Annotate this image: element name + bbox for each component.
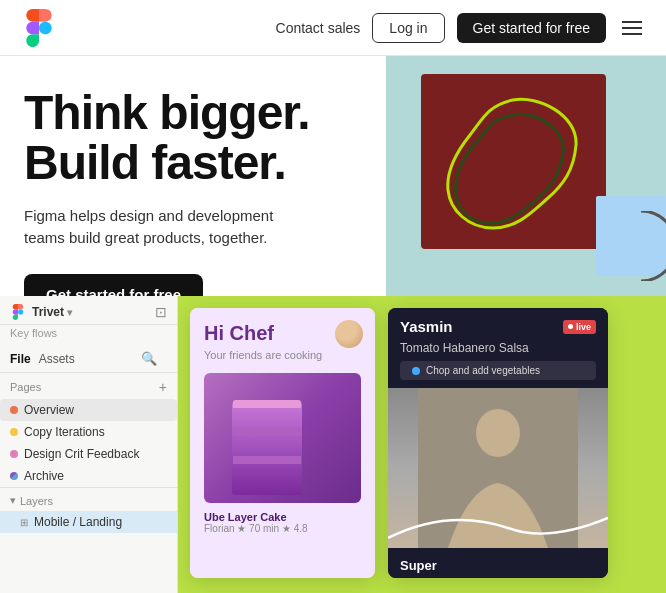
hi-chef-screen-card: Hi Chef Your friends are cooking Ube Lay… bbox=[190, 308, 375, 578]
page-item-design-crit[interactable]: Design Crit Feedback bbox=[0, 443, 177, 465]
yasmin-card-content: Yasmin live Tomato Habanero Salsa Chop a… bbox=[388, 308, 608, 578]
instruction-bar: Chop and add vegetables bbox=[400, 361, 596, 380]
file-tab[interactable]: File bbox=[10, 349, 39, 368]
cake-shape bbox=[232, 400, 302, 495]
circle-partial-icon bbox=[606, 211, 666, 281]
hero-text-area: Think bigger. Build faster. Figma helps … bbox=[0, 56, 334, 296]
food-meta: Florian ★ 70 min ★ 4.8 bbox=[204, 523, 361, 534]
pages-label: Pages bbox=[10, 381, 41, 393]
bottom-section: Trivet ▾ ⊡ Key flows File Assets 🔍 Pages… bbox=[0, 296, 666, 593]
cake-visual-container bbox=[212, 381, 353, 495]
sidebar-topbar-left: Trivet ▾ bbox=[10, 304, 72, 320]
page-label-copy: Copy Iterations bbox=[24, 425, 105, 439]
page-dot-archive bbox=[10, 472, 18, 480]
dish-name: Tomato Habanero Salsa bbox=[388, 341, 608, 361]
chef-image-area bbox=[204, 373, 361, 503]
live-dot bbox=[568, 324, 573, 329]
sidebar-topbar: Trivet ▾ ⊡ bbox=[0, 296, 177, 325]
figma-sidebar-panel: Trivet ▾ ⊡ Key flows File Assets 🔍 Pages… bbox=[0, 296, 178, 593]
page-dot-overview bbox=[10, 406, 18, 414]
expand-icon: ▾ bbox=[10, 494, 16, 507]
page-dot-copy bbox=[10, 428, 18, 436]
figma-logo-icon bbox=[20, 9, 58, 47]
cake-top-layer bbox=[233, 400, 301, 408]
project-name[interactable]: Trivet ▾ bbox=[32, 305, 72, 319]
chef-subtitle: Your friends are cooking bbox=[204, 349, 361, 361]
layer-item-mobile-landing[interactable]: ⊞ Mobile / Landing bbox=[0, 511, 177, 533]
food-name-label: Ube Layer Cake bbox=[204, 511, 361, 523]
contact-sales-button[interactable]: Contact sales bbox=[276, 20, 361, 36]
nav-right: Contact sales Log in Get started for fre… bbox=[276, 13, 646, 43]
super-label-area: Super bbox=[388, 548, 608, 578]
cake-mid-layer-2 bbox=[233, 456, 301, 464]
navbar: Contact sales Log in Get started for fre… bbox=[0, 0, 666, 56]
hero-heading: Think bigger. Build faster. bbox=[24, 88, 310, 189]
menu-line-3 bbox=[622, 33, 642, 35]
blob-icon bbox=[428, 80, 598, 250]
yasmin-screen-card: Yasmin live Tomato Habanero Salsa Chop a… bbox=[388, 308, 608, 578]
hero-section: Think bigger. Build faster. Figma helps … bbox=[0, 56, 666, 296]
get-started-button[interactable]: Get started for free bbox=[457, 13, 607, 43]
hero-heading-line1: Think bigger. bbox=[24, 86, 310, 139]
instruction-dot bbox=[412, 367, 420, 375]
sidebar-tabs: File Assets 🔍 bbox=[0, 345, 177, 373]
cake-mid-layer-1 bbox=[233, 428, 301, 436]
hero-illustration bbox=[336, 56, 666, 296]
project-subtitle: Key flows bbox=[0, 325, 177, 345]
add-page-button[interactable]: + bbox=[159, 379, 167, 395]
svg-point-1 bbox=[476, 409, 520, 457]
hero-cta-button[interactable]: Get started for free bbox=[24, 274, 203, 296]
instruction-text: Chop and add vegetables bbox=[426, 365, 540, 376]
hero-heading-line2: Build faster. bbox=[24, 136, 286, 189]
page-item-overview[interactable]: Overview bbox=[0, 399, 177, 421]
menu-line-2 bbox=[622, 27, 642, 29]
layer-grid-icon: ⊞ bbox=[20, 517, 28, 528]
page-item-copy-iterations[interactable]: Copy Iterations bbox=[0, 421, 177, 443]
chef-card-content: Hi Chef Your friends are cooking Ube Lay… bbox=[190, 308, 375, 578]
layers-label: ▾ Layers bbox=[10, 494, 53, 507]
super-text: Super bbox=[400, 558, 437, 573]
person-image bbox=[388, 388, 608, 548]
page-label-archive: Archive bbox=[24, 469, 64, 483]
layout-icon: ⊡ bbox=[155, 304, 167, 320]
hero-subtext: Figma helps design and development teams… bbox=[24, 205, 304, 250]
app-screens-area: Hi Chef Your friends are cooking Ube Lay… bbox=[178, 296, 666, 593]
page-dot-crit bbox=[10, 450, 18, 458]
hamburger-menu-button[interactable] bbox=[618, 17, 646, 39]
layer-label-mobile: Mobile / Landing bbox=[34, 515, 122, 529]
yasmin-name: Yasmin bbox=[400, 318, 453, 335]
logo bbox=[20, 9, 58, 47]
page-label-crit: Design Crit Feedback bbox=[24, 447, 139, 461]
menu-line-1 bbox=[622, 21, 642, 23]
page-item-archive[interactable]: Archive bbox=[0, 465, 177, 487]
assets-tab[interactable]: Assets bbox=[39, 349, 83, 368]
yasmin-topbar: Yasmin live bbox=[388, 308, 608, 341]
layers-header: ▾ Layers bbox=[0, 487, 177, 511]
pages-header: Pages + bbox=[0, 373, 177, 399]
curve-overlay-icon bbox=[388, 498, 608, 548]
search-icon[interactable]: 🔍 bbox=[141, 351, 157, 366]
figma-small-logo-icon bbox=[10, 304, 26, 320]
login-button[interactable]: Log in bbox=[372, 13, 444, 43]
chef-avatar bbox=[335, 320, 363, 348]
yasmin-video-frame bbox=[388, 388, 608, 548]
live-badge: live bbox=[563, 320, 596, 334]
page-label-overview: Overview bbox=[24, 403, 74, 417]
right-fade-overlay bbox=[636, 308, 666, 578]
